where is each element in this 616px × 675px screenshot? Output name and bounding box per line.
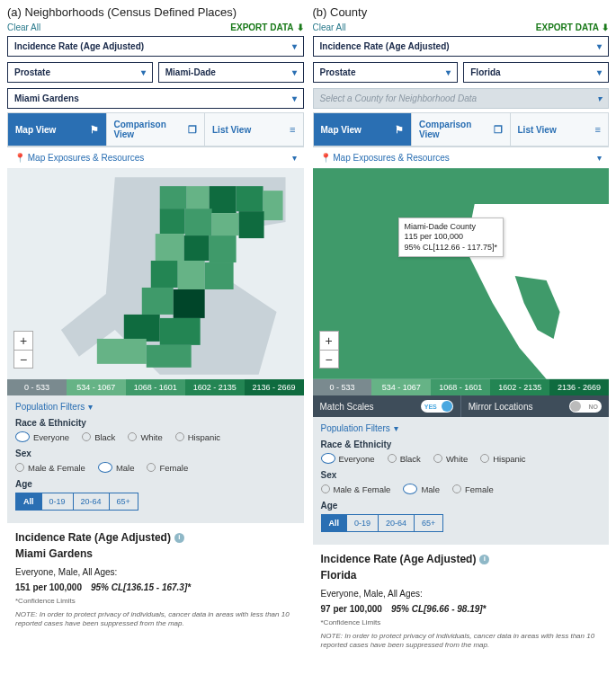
cancer-site-select[interactable]: Prostate▾: [313, 62, 459, 83]
panel-county: (b) County Clear All EXPORT DATA⬇ Incide…: [313, 5, 610, 657]
age-0-19-button[interactable]: 0-19: [42, 493, 74, 511]
svg-rect-11: [184, 235, 210, 261]
summary-cl: 95% CL[136.15 - 167.3]*: [91, 582, 191, 592]
choropleth-map[interactable]: [7, 168, 304, 379]
age-0-19-button[interactable]: 0-19: [347, 514, 379, 532]
sex-male-radio[interactable]: Male: [98, 462, 135, 473]
age-20-64-button[interactable]: 20-64: [379, 514, 415, 532]
clear-all-link[interactable]: Clear All: [313, 22, 346, 32]
subregion-select[interactable]: Miami Gardens▾: [7, 88, 304, 109]
panel-title: (a) Neighborhoods (Census Defined Places…: [7, 5, 304, 19]
sex-all-radio[interactable]: Male & Female: [321, 484, 391, 494]
subregion-select-disabled: Select a County for Neighborhood Data▾: [313, 88, 610, 109]
chevron-down-icon: ▾: [597, 153, 602, 163]
legend-bin: 2136 - 2669: [245, 379, 304, 395]
chevron-down-icon: ▾: [292, 93, 297, 103]
chevron-down-icon: ▾: [597, 67, 602, 77]
sex-label: Sex: [321, 470, 602, 480]
svg-rect-14: [178, 261, 205, 289]
age-all-button[interactable]: All: [15, 493, 42, 511]
svg-rect-8: [212, 213, 239, 235]
race-hispanic-radio[interactable]: Hispanic: [175, 431, 220, 442]
population-filters: Population Filters▾ Race & Ethnicity Eve…: [313, 417, 610, 545]
chevron-down-icon: ▾: [292, 41, 297, 51]
map-legend: 0 - 533 534 - 1067 1068 - 1601 1602 - 21…: [313, 379, 610, 395]
measure-select[interactable]: Incidence Rate (Age Adjusted)▾: [313, 36, 610, 57]
filters-toggle[interactable]: Population Filters▾: [15, 402, 296, 412]
map-exposures-toggle[interactable]: 📍 Map Exposures & Resources ▾: [313, 147, 610, 168]
svg-rect-12: [210, 235, 237, 262]
match-scales-toggle[interactable]: YES: [421, 400, 453, 413]
download-icon: ⬇: [602, 22, 609, 32]
list-icon: ≡: [595, 124, 601, 135]
svg-rect-18: [124, 315, 160, 342]
summary-title: Incidence Rate (Age Adjusted): [321, 552, 477, 566]
sex-all-radio[interactable]: Male & Female: [15, 462, 85, 473]
age-all-button[interactable]: All: [321, 514, 348, 532]
zoom-control: + −: [319, 331, 339, 369]
download-icon: ⬇: [297, 22, 304, 32]
tab-map-view[interactable]: Map View⚑: [8, 113, 107, 146]
legend-bin: 0 - 533: [7, 379, 67, 395]
zoom-out-button[interactable]: −: [320, 350, 338, 368]
mirror-locations-toggle[interactable]: NO: [569, 400, 602, 413]
tab-list-view[interactable]: List View≡: [205, 113, 303, 146]
info-icon[interactable]: i: [174, 533, 184, 543]
legend-bin: 2136 - 2669: [549, 379, 609, 395]
filters-toggle[interactable]: Population Filters▾: [321, 423, 602, 433]
age-65plus-button[interactable]: 65+: [110, 493, 138, 511]
view-tabs: Map View⚑ Comparison View❒ List View≡: [313, 112, 610, 147]
match-scales-label: Match Scales: [320, 402, 374, 412]
export-data-link[interactable]: EXPORT DATA⬇: [536, 22, 609, 32]
svg-rect-9: [239, 211, 264, 238]
race-label: Race & Ethnicity: [15, 418, 296, 428]
region-select[interactable]: Florida▾: [463, 62, 609, 83]
population-filters: Population Filters▾ Race & Ethnicity Eve…: [7, 395, 304, 523]
info-icon[interactable]: i: [479, 555, 489, 564]
map-legend: 0 - 533 534 - 1067 1068 - 1601 1602 - 21…: [7, 379, 304, 395]
sex-male-radio[interactable]: Male: [403, 484, 440, 494]
legend-bin: 0 - 533: [313, 379, 372, 395]
sex-female-radio[interactable]: Female: [147, 462, 188, 473]
choropleth-map[interactable]: [313, 168, 610, 379]
tab-map-view[interactable]: Map View⚑: [314, 113, 413, 146]
cancer-site-select[interactable]: Prostate▾: [7, 62, 153, 83]
measure-select[interactable]: Incidence Rate (Age Adjusted)▾: [7, 36, 304, 57]
race-white-radio[interactable]: White: [128, 431, 162, 442]
summary-place: Miami Gardens: [15, 546, 296, 561]
zoom-out-button[interactable]: −: [14, 350, 32, 368]
export-data-link[interactable]: EXPORT DATA⬇: [230, 22, 303, 32]
map-container[interactable]: + −: [7, 168, 304, 379]
tab-comparison-view[interactable]: Comparison View❒: [107, 113, 206, 146]
svg-rect-4: [237, 186, 263, 211]
svg-rect-1: [160, 186, 187, 209]
legend-bin: 534 - 1067: [371, 379, 431, 395]
zoom-in-button[interactable]: +: [14, 332, 32, 350]
svg-rect-19: [160, 318, 201, 345]
race-everyone-radio[interactable]: Everyone: [15, 431, 69, 442]
race-black-radio[interactable]: Black: [388, 453, 421, 464]
zoom-in-button[interactable]: +: [320, 332, 338, 350]
legend-bin: 1602 - 2135: [185, 379, 245, 395]
race-black-radio[interactable]: Black: [82, 431, 115, 442]
sex-label: Sex: [15, 449, 296, 458]
tab-list-view[interactable]: List View≡: [511, 113, 609, 146]
chevron-down-icon: ▾: [88, 402, 93, 412]
privacy-note: NOTE: In order to protect privacy of ind…: [15, 610, 296, 628]
sex-female-radio[interactable]: Female: [452, 484, 494, 494]
age-20-64-button[interactable]: 20-64: [74, 493, 110, 511]
race-white-radio[interactable]: White: [433, 453, 468, 464]
map-container[interactable]: Miami-Dade County 115 per 100,000 95% CL…: [313, 168, 610, 379]
map-exposures-toggle[interactable]: 📍 Map Exposures & Resources ▾: [7, 147, 304, 168]
race-hispanic-radio[interactable]: Hispanic: [480, 453, 525, 464]
region-select[interactable]: Miami-Dade▾: [158, 62, 304, 83]
tab-comparison-view[interactable]: Comparison View❒: [412, 113, 511, 146]
tooltip-cl: 95% CL[112.66 - 117.75]*: [405, 243, 498, 253]
legend-bin: 1602 - 2135: [490, 379, 549, 395]
race-everyone-radio[interactable]: Everyone: [321, 453, 375, 464]
svg-rect-21: [147, 345, 192, 368]
clear-all-link[interactable]: Clear All: [7, 22, 40, 32]
chevron-down-icon: ▾: [292, 153, 297, 163]
age-65plus-button[interactable]: 65+: [415, 514, 443, 532]
svg-rect-3: [210, 186, 237, 213]
